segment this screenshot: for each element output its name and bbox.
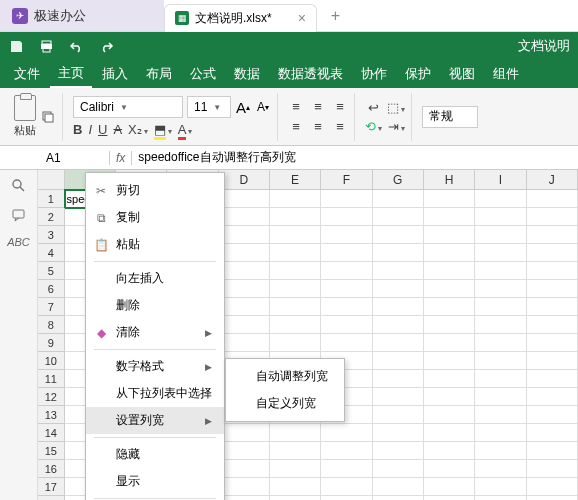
cell[interactable] bbox=[424, 370, 475, 388]
cell[interactable] bbox=[321, 334, 372, 352]
cell[interactable] bbox=[424, 262, 475, 280]
print-icon[interactable] bbox=[38, 38, 54, 54]
row-header-10[interactable]: 10 bbox=[38, 352, 65, 370]
search-icon[interactable] bbox=[11, 178, 26, 193]
cell[interactable] bbox=[527, 442, 578, 460]
row-header-3[interactable]: 3 bbox=[38, 226, 65, 244]
row-header-8[interactable]: 8 bbox=[38, 316, 65, 334]
cell[interactable] bbox=[219, 424, 270, 442]
menu-3[interactable]: 布局 bbox=[138, 61, 180, 87]
ctx-copy[interactable]: ⧉复制 bbox=[86, 204, 224, 231]
cell[interactable] bbox=[373, 262, 424, 280]
cell[interactable] bbox=[373, 478, 424, 496]
cell[interactable] bbox=[424, 208, 475, 226]
align-right-icon[interactable]: ≡ bbox=[332, 119, 348, 135]
cell[interactable] bbox=[527, 352, 578, 370]
ctx-column-width[interactable]: 设置列宽▶ bbox=[86, 407, 224, 434]
align-top-icon[interactable]: ≡ bbox=[288, 99, 304, 115]
ctx-clear[interactable]: ◆清除▶ bbox=[86, 319, 224, 346]
cell[interactable] bbox=[219, 244, 270, 262]
col-header-I[interactable]: I bbox=[475, 170, 526, 189]
undo-icon[interactable] bbox=[68, 38, 84, 54]
cell[interactable] bbox=[527, 244, 578, 262]
align-middle-icon[interactable]: ≡ bbox=[310, 99, 326, 115]
cell[interactable] bbox=[475, 280, 526, 298]
menu-8[interactable]: 保护 bbox=[397, 61, 439, 87]
cell[interactable] bbox=[321, 208, 372, 226]
cell[interactable] bbox=[424, 442, 475, 460]
merge-cells-button[interactable]: ⬚▾ bbox=[387, 100, 405, 115]
cell[interactable] bbox=[424, 352, 475, 370]
orientation-button[interactable]: ⟲▾ bbox=[365, 119, 382, 134]
fx-icon[interactable]: fx bbox=[110, 151, 132, 165]
cell[interactable] bbox=[373, 406, 424, 424]
cell[interactable] bbox=[424, 478, 475, 496]
cell[interactable] bbox=[475, 334, 526, 352]
row-header-16[interactable]: 16 bbox=[38, 460, 65, 478]
cell[interactable] bbox=[527, 406, 578, 424]
col-header-F[interactable]: F bbox=[321, 170, 372, 189]
cell[interactable] bbox=[373, 316, 424, 334]
cell[interactable] bbox=[270, 316, 321, 334]
cell[interactable] bbox=[270, 208, 321, 226]
cell[interactable] bbox=[219, 190, 270, 208]
italic-button[interactable]: I bbox=[88, 122, 92, 137]
cell[interactable] bbox=[527, 298, 578, 316]
cell[interactable] bbox=[270, 190, 321, 208]
cell[interactable] bbox=[475, 190, 526, 208]
cell[interactable] bbox=[527, 388, 578, 406]
document-tab[interactable]: ▦ 文档说明.xlsx* × bbox=[164, 4, 317, 32]
cell[interactable] bbox=[424, 460, 475, 478]
cell[interactable] bbox=[424, 190, 475, 208]
row-header-18[interactable]: 18 bbox=[38, 496, 65, 500]
row-header-5[interactable]: 5 bbox=[38, 262, 65, 280]
cell[interactable] bbox=[527, 478, 578, 496]
ctx-show[interactable]: 显示 bbox=[86, 468, 224, 495]
cell[interactable] bbox=[527, 370, 578, 388]
col-header-H[interactable]: H bbox=[424, 170, 475, 189]
row-header-13[interactable]: 13 bbox=[38, 406, 65, 424]
spellcheck-icon[interactable]: ABC bbox=[7, 236, 30, 248]
cell[interactable] bbox=[373, 370, 424, 388]
cell[interactable] bbox=[270, 244, 321, 262]
increase-font-icon[interactable]: A▴ bbox=[235, 99, 251, 115]
cell[interactable] bbox=[475, 226, 526, 244]
fill-color-button[interactable]: ⬒▾ bbox=[154, 122, 172, 137]
row-header-15[interactable]: 15 bbox=[38, 442, 65, 460]
cell[interactable] bbox=[527, 280, 578, 298]
col-header-E[interactable]: E bbox=[270, 170, 321, 189]
cell[interactable] bbox=[219, 280, 270, 298]
ctx-cut[interactable]: ✂剪切 bbox=[86, 177, 224, 204]
copy-icon[interactable] bbox=[40, 109, 56, 125]
underline-button[interactable]: U bbox=[98, 122, 107, 137]
cell[interactable] bbox=[373, 226, 424, 244]
cell[interactable] bbox=[219, 226, 270, 244]
cell[interactable] bbox=[373, 442, 424, 460]
row-header-1[interactable]: 1 bbox=[38, 190, 65, 208]
cell[interactable] bbox=[270, 262, 321, 280]
ctx-pick-from-list[interactable]: 从下拉列表中选择 bbox=[86, 380, 224, 407]
cell[interactable] bbox=[321, 244, 372, 262]
cell[interactable] bbox=[270, 226, 321, 244]
cell[interactable] bbox=[424, 424, 475, 442]
number-format-select[interactable]: 常规 bbox=[422, 106, 478, 128]
cell[interactable] bbox=[527, 316, 578, 334]
cell[interactable] bbox=[373, 298, 424, 316]
cell[interactable] bbox=[373, 388, 424, 406]
bold-button[interactable]: B bbox=[73, 122, 82, 137]
cell[interactable] bbox=[219, 316, 270, 334]
menu-5[interactable]: 数据 bbox=[226, 61, 268, 87]
cell[interactable] bbox=[321, 442, 372, 460]
cell[interactable] bbox=[270, 424, 321, 442]
name-box[interactable]: A1 bbox=[38, 151, 110, 165]
cell[interactable] bbox=[321, 190, 372, 208]
cell[interactable] bbox=[424, 280, 475, 298]
row-header-6[interactable]: 6 bbox=[38, 280, 65, 298]
menu-9[interactable]: 视图 bbox=[441, 61, 483, 87]
cell[interactable] bbox=[475, 460, 526, 478]
decrease-font-icon[interactable]: A▾ bbox=[255, 99, 271, 115]
cell[interactable] bbox=[424, 388, 475, 406]
row-header-9[interactable]: 9 bbox=[38, 334, 65, 352]
cell[interactable] bbox=[527, 190, 578, 208]
cell[interactable] bbox=[475, 262, 526, 280]
